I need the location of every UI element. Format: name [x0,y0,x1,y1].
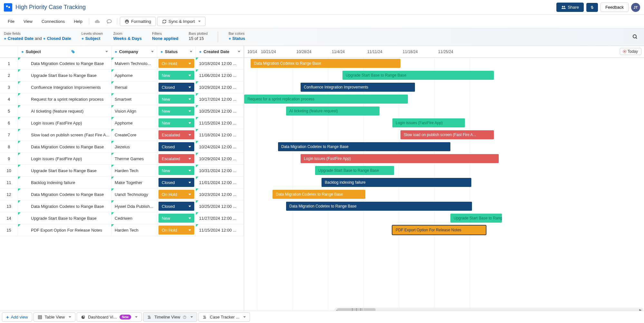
status-cell[interactable]: On Hold [157,189,196,200]
table-row[interactable]: 4 Request for a sprint replication proce… [0,93,244,105]
comments-icon[interactable] [104,18,114,25]
status-dropdown[interactable]: On Hold [159,190,194,199]
status-cell[interactable]: New [157,93,196,105]
link-button[interactable] [586,3,598,12]
subject-cell[interactable]: Login issues (FastFire App) [18,153,111,164]
created-date-cell[interactable]: 10/31/2024 12:00 ... [196,165,244,176]
timeline-bar[interactable]: Data Migration Codetex to Range Base [278,142,450,151]
status-dropdown[interactable]: Closed [159,83,194,92]
status-cell[interactable]: New [157,212,196,224]
table-row[interactable]: 6 Login issues (FastFire App) Apphome Ne… [0,117,244,129]
company-cell[interactable]: Smartxet [111,93,157,105]
created-date-cell[interactable]: 10/17/2024 12:00 ... [196,93,244,105]
status-dropdown[interactable]: New [159,214,194,223]
status-dropdown[interactable]: Closed [159,202,194,211]
subject-cell[interactable]: PDF Export Option For Release Notes [18,224,111,236]
status-dropdown[interactable]: New [159,71,194,80]
menu-help[interactable]: Help [70,17,86,26]
subject-cell[interactable]: AI ticketing (feature request) [18,105,111,117]
created-date-header[interactable]: ● Created Date [196,46,244,57]
status-cell[interactable]: On Hold [157,58,196,69]
table-row[interactable]: 9 Login issues (FastFire App) Therme Gam… [0,153,244,165]
status-cell[interactable]: Escalated [157,129,196,141]
subject-cell[interactable]: Confluence Integration Improvements [18,81,111,93]
status-header[interactable]: ● Status [157,46,196,57]
status-cell[interactable]: New [157,117,196,129]
today-button[interactable]: Today [620,48,641,55]
status-dropdown[interactable]: New [159,166,194,175]
subject-cell[interactable]: Slow load on publish screen (Fast Fire A… [18,129,111,141]
status-cell[interactable]: New [157,105,196,117]
status-cell[interactable]: On Hold [157,224,196,236]
created-date-cell[interactable]: 10/29/2024 12:00 ... [196,81,244,93]
status-cell[interactable]: New [157,165,196,176]
table-row[interactable]: 10 Upgrade Start Base to Range Base Hard… [0,165,244,177]
company-cell[interactable]: CreateCore [111,129,157,141]
status-dropdown[interactable]: New [159,95,194,104]
created-date-cell[interactable]: 11/15/2024 12:00 ... [196,117,244,129]
menu-view[interactable]: View [20,17,36,26]
timeline-bar[interactable]: Request for a sprint replication process [244,95,408,104]
created-date-cell[interactable]: 11/18/2024 12:00 ... [196,129,244,141]
created-date-cell[interactable]: 10/29/2024 12:00 ... [196,153,244,164]
table-row[interactable]: 8 Data Migration Codetex to Range Base J… [0,141,244,153]
created-date-cell[interactable]: 11/06/2024 12:00 ... [196,69,244,81]
created-date-cell[interactable]: 10/25/2024 12:00 ... [196,105,244,117]
timeline-bar[interactable]: Slow load on publish screen (Fast Fire A… [400,130,494,139]
status-dropdown[interactable]: New [159,118,194,127]
timeline-bar[interactable]: PDF Export Option For Release Notes [392,226,486,235]
table-row[interactable]: 3 Confluence Integration Improvements Ih… [0,81,244,93]
company-cell[interactable]: Harden Tech [111,165,157,176]
timeline-bar[interactable]: Confluence Integration Improvements [301,83,415,92]
created-date-cell[interactable]: 10/18/2024 12:00 ... [196,58,244,69]
timeline-body[interactable]: ◄ ⋮⋮⋮ ► Data Migration Codetex to Range … [244,58,644,313]
subject-cell[interactable]: Upgrade Start Base to Range Base [18,69,111,81]
timeline-bar[interactable]: Upgrade Start Base to Range Base [315,166,394,175]
tab-dashboard-view[interactable]: Dashboard Vi... New [77,312,142,313]
created-date-cell[interactable]: 11/01/2024 12:00 ... [196,177,244,188]
rownum-header[interactable] [0,46,18,57]
tab-table-view[interactable]: Table View [34,312,76,313]
company-cell[interactable]: Harden Tech [111,224,157,236]
app-logo[interactable] [4,3,12,12]
tab-timeline-view[interactable]: Timeline View [143,312,197,313]
table-row[interactable]: 7 Slow load on publish screen (Fast Fire… [0,129,244,141]
status-cell[interactable]: Closed [157,81,196,93]
status-dropdown[interactable]: Escalated [159,130,194,139]
table-row[interactable]: 12 Data Migration Codetex to Range Base … [0,189,244,200]
company-cell[interactable]: Apphome [111,117,157,129]
created-date-cell[interactable]: 11/15/2024 12:00 ... [196,224,244,236]
status-cell[interactable]: Closed [157,200,196,212]
subject-header[interactable]: ● Subject [18,46,111,57]
status-dropdown[interactable]: On Hold [159,226,194,235]
status-dropdown[interactable]: On Hold [159,59,194,68]
subject-cell[interactable]: Upgrade Start Base to Range Base [18,212,111,224]
filter-zoom[interactable]: Zoom Weeks & Days [113,32,142,41]
created-date-cell[interactable]: 10/23/2024 12:00 ... [196,189,244,200]
created-date-cell[interactable]: 10/25/2024 12:00 ... [196,200,244,212]
subject-cell[interactable]: Login issues (FastFire App) [18,117,111,129]
feedback-button[interactable]: Feedback [601,3,629,12]
company-cell[interactable]: Malvern Technolo... [111,58,157,69]
status-dropdown[interactable]: Closed [159,178,194,187]
company-cell[interactable]: Make Together [111,177,157,188]
timeline-bar[interactable]: Login issues (FastFire App) [301,154,499,163]
filter-filters[interactable]: Filters None applied [152,32,178,41]
company-cell[interactable]: Cedriwen [111,212,157,224]
company-header[interactable]: ● Company [111,46,157,57]
subject-cell[interactable]: Request for a sprint replication process [18,93,111,105]
sync-import-button[interactable]: Sync & Import [157,17,206,26]
menu-file[interactable]: File [4,17,18,26]
subject-cell[interactable]: Data Migration Codetex to Range Base [18,200,111,212]
status-cell[interactable]: Closed [157,141,196,152]
subject-cell[interactable]: Data Migration Codetex to Range Base [18,141,111,152]
company-cell[interactable]: Hywel Dda Publish... [111,200,157,212]
company-cell[interactable]: UandI Technology [111,189,157,200]
cloud-sync-icon[interactable] [92,18,103,25]
timeline-bar[interactable]: Data Migration Codetex to Range Base [273,190,365,199]
search-button[interactable] [630,32,640,42]
timeline-bar[interactable]: Login issues (FastFire App) [392,118,465,127]
menu-connections[interactable]: Connections [38,17,69,26]
filter-bar-colors[interactable]: Bar colors ●Status [228,32,245,41]
subject-cell[interactable]: Data Migration Codetex to Range Base [18,58,111,69]
